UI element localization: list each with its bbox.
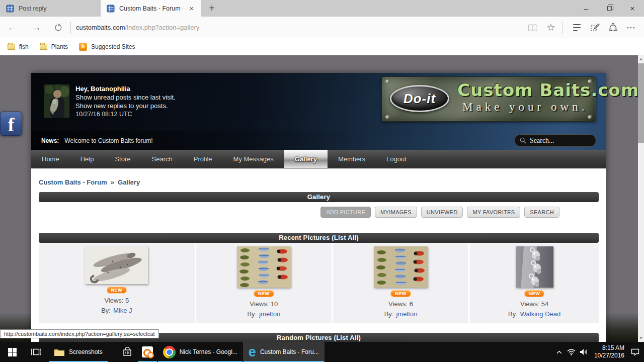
- outlook-icon: [142, 346, 153, 357]
- nav-item-help[interactable]: Help: [70, 150, 105, 168]
- unread-posts-link[interactable]: Show unread posts since last visit.: [75, 93, 176, 102]
- rivet-icon: [385, 114, 390, 119]
- volume-icon[interactable]: [578, 342, 590, 362]
- hub-icon[interactable]: [568, 18, 586, 38]
- url-text[interactable]: custombaits.com/index.php?action=gallery: [76, 24, 199, 31]
- tab-title: Post reply: [19, 5, 95, 12]
- author-link[interactable]: jmelton: [396, 310, 417, 318]
- thumbnail-image[interactable]: [374, 246, 428, 288]
- thumbnail-image[interactable]: [237, 246, 291, 288]
- scroll-down-icon[interactable]: [639, 337, 642, 339]
- thumbnail-image[interactable]: [85, 246, 148, 284]
- new-tab-button[interactable]: +: [201, 0, 222, 17]
- forum-header: Hey, Botanophilia Show unread posts sinc…: [31, 73, 606, 150]
- share-icon[interactable]: [604, 18, 622, 38]
- web-note-icon[interactable]: [586, 18, 604, 38]
- user-greeting: Hey, Botanophilia: [75, 84, 176, 93]
- favorites-star-icon[interactable]: ☆: [542, 18, 560, 38]
- new-replies-link[interactable]: Show new replies to your posts.: [75, 102, 176, 110]
- desktop: Post reply Custom Baits - Forum - × + – …: [0, 0, 644, 362]
- divider: [562, 22, 562, 34]
- author-link[interactable]: jmelton: [259, 310, 280, 318]
- minimize-button[interactable]: –: [575, 0, 598, 17]
- favorite-folder-fish[interactable]: fish: [2, 38, 34, 55]
- scrollbar-thumb[interactable]: [638, 63, 644, 143]
- news-label: News:: [41, 137, 59, 144]
- favorite-label: Suggested Sites: [91, 43, 135, 50]
- scroll-up-icon[interactable]: [639, 58, 642, 60]
- tab-title: Custom Baits - Forum -: [119, 5, 183, 12]
- add-picture-button[interactable]: ADD PICTURE: [320, 207, 371, 218]
- nav-item-my-messages[interactable]: My Messages: [223, 150, 284, 168]
- taskbar-app-chrome[interactable]: Nick Ternes - Googl...: [157, 342, 243, 362]
- forward-icon[interactable]: →: [24, 22, 48, 33]
- recent-pictures-bar[interactable]: Recent Pictures (List All): [39, 233, 599, 243]
- facebook-badge[interactable]: f: [0, 112, 22, 136]
- task-view-button[interactable]: [24, 342, 48, 362]
- close-button[interactable]: ×: [621, 0, 644, 17]
- taskbar-clock[interactable]: 8:15 AM 10/27/2016: [594, 344, 624, 359]
- author-link[interactable]: Mike J: [113, 307, 132, 314]
- more-icon[interactable]: ⋯: [622, 18, 640, 38]
- vertical-scrollbar[interactable]: [638, 55, 644, 342]
- new-badge: NEW: [390, 290, 411, 297]
- favorite-folder-plants[interactable]: Plants: [34, 38, 73, 55]
- taskbar-app-screenshots[interactable]: Screenshots: [48, 342, 108, 362]
- restore-button[interactable]: [598, 0, 621, 17]
- author-link[interactable]: Walking Dead: [520, 310, 560, 318]
- taskbar-app-outlook[interactable]: [137, 342, 157, 362]
- picture-cell: NEW Views: 6 By:jmelton: [333, 243, 468, 323]
- nav-item-profile[interactable]: Profile: [183, 150, 223, 168]
- refresh-icon[interactable]: [48, 23, 68, 32]
- tray-chevron-icon[interactable]: [553, 342, 566, 362]
- breadcrumb-root-link[interactable]: Custom Baits - Forum: [39, 178, 107, 186]
- breadcrumb-separator: »: [111, 178, 114, 186]
- taskbar-app-edge[interactable]: e Custom Baits - Foru...: [243, 342, 325, 362]
- gallery-actions: ADD PICTURE MYIMAGES UNVIEWED MY FAVORIT…: [39, 207, 599, 218]
- breadcrumb: Custom Baits - Forum » Gallery: [39, 168, 599, 186]
- start-button[interactable]: [0, 342, 24, 362]
- store-icon: [122, 347, 132, 357]
- tab-close-icon[interactable]: ×: [188, 4, 195, 13]
- site-logo-banner[interactable]: Do-it Custom Baits.com Make your own.: [381, 76, 596, 122]
- reading-view-icon[interactable]: [524, 18, 542, 38]
- divider: [70, 22, 71, 34]
- views-count: Views: 6: [388, 300, 413, 308]
- favorite-suggested-sites[interactable]: b Suggested Sites: [73, 38, 140, 55]
- address-bar-actions: ☆ ⋯: [524, 18, 644, 38]
- nav-item-store[interactable]: Store: [104, 150, 141, 168]
- views-count: Views: 10: [250, 300, 278, 308]
- nav-item-search[interactable]: Search: [141, 150, 183, 168]
- status-bar-link: http://custombaits.com/index.php?action=…: [0, 329, 159, 338]
- tab-custom-baits[interactable]: Custom Baits - Forum - ×: [101, 0, 201, 17]
- action-center-icon[interactable]: [629, 342, 641, 362]
- back-icon[interactable]: ←: [0, 22, 24, 33]
- breadcrumb-current-link[interactable]: Gallery: [118, 178, 140, 186]
- tab-post-reply[interactable]: Post reply: [0, 0, 101, 17]
- picture-cell: NEW Views: 10 By:jmelton: [196, 243, 332, 323]
- myimages-button[interactable]: MYIMAGES: [375, 207, 417, 218]
- nav-item-home[interactable]: Home: [31, 150, 70, 168]
- unviewed-button[interactable]: UNVIEWED: [421, 207, 463, 218]
- nav-item-logout[interactable]: Logout: [376, 150, 417, 168]
- forum-nav: Home Help Store Search Profile My Messag…: [31, 150, 606, 168]
- site-favicon: [6, 5, 14, 13]
- forum-search-box[interactable]: [514, 134, 596, 147]
- recent-pictures-row: NEW Views: 5 By:Mike J NEW: [39, 243, 599, 323]
- hub-lines-icon: [573, 24, 581, 31]
- views-count: Views: 5: [104, 297, 129, 304]
- browser-tab-bar: Post reply Custom Baits - Forum - × + – …: [0, 0, 644, 17]
- nav-item-members[interactable]: Members: [328, 150, 376, 168]
- nav-item-gallery[interactable]: Gallery: [284, 150, 328, 168]
- wifi-icon[interactable]: [566, 342, 578, 362]
- my-favorites-button[interactable]: MY FAVORITES: [467, 207, 520, 218]
- rivet-icon: [587, 114, 593, 119]
- taskbar-app-store[interactable]: [117, 342, 137, 362]
- forum-search-input[interactable]: [530, 137, 586, 145]
- search-button[interactable]: SEARCH: [524, 207, 559, 218]
- picture-cell: NEW Views: 54 By:Walking Dead: [470, 243, 599, 323]
- rivet-icon: [385, 78, 390, 83]
- thumbnail-image[interactable]: [516, 246, 553, 288]
- user-avatar[interactable]: [44, 84, 69, 118]
- system-tray: 8:15 AM 10/27/2016: [553, 342, 644, 362]
